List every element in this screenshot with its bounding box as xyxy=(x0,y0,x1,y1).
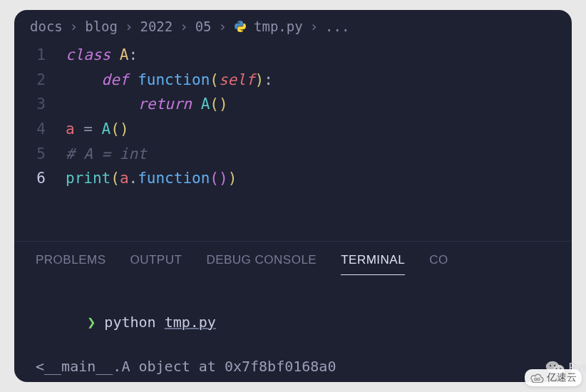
svg-point-3 xyxy=(554,365,555,366)
code-editor[interactable]: 1class A:2 def function(self):3 return A… xyxy=(14,41,572,241)
token: A xyxy=(201,96,210,113)
editor-window: docs › blog › 2022 › 05 › tmp.py › ... 1… xyxy=(14,10,572,382)
token: ) xyxy=(255,71,264,88)
crumb-more[interactable]: ... xyxy=(325,19,349,34)
token: ) xyxy=(228,170,237,187)
code-line[interactable]: 6print(a.function()) xyxy=(14,166,572,191)
code-line[interactable]: 2 def function(self): xyxy=(14,68,572,93)
panel-tab-output[interactable]: OUTPUT xyxy=(130,253,182,275)
token: self xyxy=(219,71,255,88)
line-number: 4 xyxy=(14,117,66,142)
panel-tab-debug-console[interactable]: DEBUG CONSOLE xyxy=(206,253,317,275)
token: : xyxy=(129,46,138,63)
token: () xyxy=(110,120,128,138)
terminal-command-line: ❯ python tmp.py xyxy=(36,289,550,356)
python-icon xyxy=(234,20,247,33)
token: ( xyxy=(110,170,120,187)
code-line[interactable]: 1class A: xyxy=(14,43,572,68)
token: function xyxy=(138,71,210,88)
crumb-sep: › xyxy=(125,19,133,34)
svg-point-6 xyxy=(535,378,537,380)
crumb-sep: › xyxy=(70,19,78,34)
token: () xyxy=(210,170,227,187)
cloud-icon xyxy=(530,373,544,383)
crumb-file[interactable]: tmp.py xyxy=(254,19,303,34)
crumb-sep: › xyxy=(310,19,318,34)
breadcrumb[interactable]: docs › blog › 2022 › 05 › tmp.py › ... xyxy=(14,10,572,41)
svg-point-2 xyxy=(550,365,551,366)
line-number: 5 xyxy=(14,142,66,167)
panel-tab-problems[interactable]: PROBLEMS xyxy=(36,253,106,275)
brand-badge: 亿速云 xyxy=(525,369,582,386)
crumb-05[interactable]: 05 xyxy=(195,19,212,34)
badge-text: 亿速云 xyxy=(547,371,577,384)
crumb-docs[interactable]: docs xyxy=(30,19,63,34)
line-number: 1 xyxy=(14,43,66,68)
command: python xyxy=(104,314,155,331)
token: ( xyxy=(210,71,219,88)
token: = xyxy=(75,120,102,138)
command-arg: tmp.py xyxy=(165,314,216,331)
token: A xyxy=(102,120,111,138)
token: class xyxy=(66,46,120,63)
terminal-output: <__main__.A object at 0x7f8bf0168a0 xyxy=(36,356,550,378)
token: a xyxy=(120,170,129,187)
crumb-blog[interactable]: blog xyxy=(85,19,118,34)
line-number: 6 xyxy=(14,166,66,191)
svg-point-7 xyxy=(538,378,540,380)
code-line[interactable]: 3 return A() xyxy=(14,92,572,117)
panel-tab-terminal[interactable]: TERMINAL xyxy=(341,253,405,275)
panel-tab-co[interactable]: CO xyxy=(429,253,448,275)
token: # A = int xyxy=(66,145,147,163)
token: function xyxy=(138,170,210,187)
prompt-icon: ❯ xyxy=(87,314,96,331)
token: def xyxy=(102,71,138,88)
token: a xyxy=(66,120,75,138)
line-number: 3 xyxy=(14,92,66,117)
token: return xyxy=(138,96,201,113)
token: A xyxy=(120,46,129,63)
code-line[interactable]: 4a = A() xyxy=(14,117,572,142)
crumb-2022[interactable]: 2022 xyxy=(140,19,173,34)
code-line[interactable]: 5# A = int xyxy=(14,142,572,167)
terminal[interactable]: ❯ python tmp.py <__main__.A object at 0x… xyxy=(14,275,572,382)
panel-tabs: PROBLEMSOUTPUTDEBUG CONSOLETERMINALCO xyxy=(14,242,572,275)
token: . xyxy=(129,170,138,187)
token: print xyxy=(66,170,110,187)
crumb-sep: › xyxy=(180,19,187,34)
token: () xyxy=(210,96,227,113)
token: : xyxy=(264,71,273,88)
line-number: 2 xyxy=(14,68,66,93)
crumb-sep: › xyxy=(219,19,227,34)
